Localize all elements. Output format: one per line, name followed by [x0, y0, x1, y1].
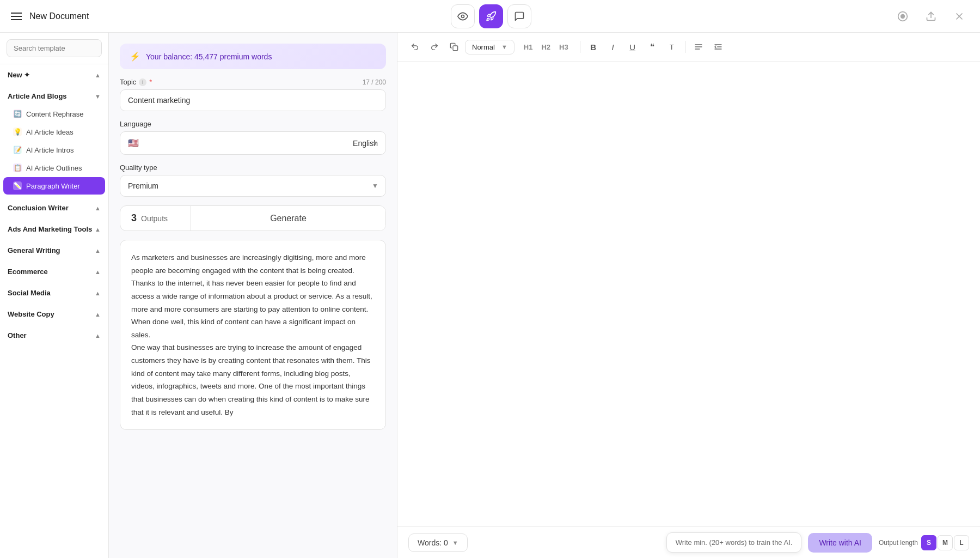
main-layout: New ✦ ▲ Article And Blogs ▼ 🔄 Content Re… — [0, 33, 980, 558]
outputs-generate-container: 3 Outputs Generate — [120, 205, 386, 231]
svg-point-2 — [901, 14, 905, 18]
topic-required: * — [149, 78, 152, 86]
quality-select[interactable]: Premium — [120, 175, 386, 197]
sidebar-section-ecommerce: Ecommerce ▲ — [0, 261, 108, 282]
ai-article-outlines-icon: 📋 — [13, 163, 22, 172]
sidebar-item-content-rephrase[interactable]: 🔄 Content Rephrase — [3, 105, 105, 123]
quality-select-wrapper: Premium ▼ — [120, 175, 386, 197]
code-button[interactable]: T — [663, 38, 681, 56]
chevron-up-icon-social: ▲ — [95, 290, 101, 296]
sidebar-section-header-social[interactable]: Social Media ▲ — [0, 284, 108, 301]
topic-label: Topic i * 17 / 200 — [120, 78, 386, 86]
quote-button[interactable]: ❝ — [644, 38, 661, 56]
topic-input[interactable] — [120, 89, 386, 111]
align-button[interactable] — [690, 38, 707, 56]
chevron-up-icon-general: ▲ — [95, 247, 101, 254]
language-group: Language 🇺🇸 English ▼ — [120, 120, 386, 155]
editor-panel: Normal ▼ H1 H2 H3 B I U ❝ T — [397, 33, 980, 558]
words-count[interactable]: Words: 0 ▼ — [408, 533, 468, 552]
chevron-up-icon-ecommerce: ▲ — [95, 269, 101, 275]
words-count-label: Words: 0 — [418, 538, 448, 547]
sidebar-section-social: Social Media ▲ — [0, 282, 108, 304]
undo-button[interactable] — [406, 38, 424, 56]
language-select[interactable]: 🇺🇸 English — [120, 131, 386, 155]
output-text-box: As marketers and businesses are increasi… — [120, 240, 386, 430]
output-paragraph: As marketers and businesses are increasi… — [131, 251, 375, 418]
write-ai-section: Write min. (20+ words) to train the AI. … — [666, 532, 969, 553]
heading-buttons: H1 H2 H3 — [520, 41, 572, 53]
italic-button[interactable]: I — [604, 38, 622, 56]
middle-panel: ⚡ Your balance: 45,477 premium words Top… — [109, 33, 397, 558]
write-ai-tooltip: Write min. (20+ words) to train the AI. — [666, 532, 802, 553]
sidebar-section-general: General Writing ▲ — [0, 240, 108, 261]
sidebar-section-header-ecommerce[interactable]: Ecommerce ▲ — [0, 263, 108, 280]
sidebar-item-paragraph-writer[interactable]: ✏️ Paragraph Writer — [3, 177, 105, 195]
format-chevron-icon: ▼ — [501, 44, 507, 50]
quality-group: Quality type Premium ▼ — [120, 163, 386, 197]
chevron-up-icon-other: ▲ — [95, 332, 101, 339]
topbar: New Document — [0, 0, 980, 33]
redo-button[interactable] — [426, 38, 443, 56]
toolbar-divider-2 — [685, 41, 685, 53]
sidebar-item-ai-article-outlines[interactable]: 📋 AI Article Outlines — [3, 159, 105, 177]
search-input[interactable] — [7, 39, 102, 57]
language-flag: 🇺🇸 — [128, 138, 139, 148]
copy-button[interactable] — [445, 38, 463, 56]
topic-group: Topic i * 17 / 200 — [120, 78, 386, 111]
rocket-button[interactable] — [479, 4, 503, 28]
indent-button[interactable] — [709, 38, 727, 56]
chat-button[interactable] — [507, 4, 531, 28]
write-ai-button[interactable]: Write with AI — [808, 533, 872, 553]
toolbar-divider-1 — [580, 41, 580, 53]
eye-button[interactable] — [451, 4, 475, 28]
h3-button[interactable]: H3 — [555, 41, 572, 53]
generate-button[interactable]: Generate — [191, 206, 385, 231]
size-buttons: S M L — [921, 535, 969, 550]
sidebar-section-header-website[interactable]: Website Copy ▲ — [0, 306, 108, 323]
svg-point-0 — [461, 15, 464, 17]
close-button[interactable] — [950, 7, 969, 26]
sidebar-section-header-ads[interactable]: Ads And Marketing Tools ▲ — [0, 221, 108, 238]
sidebar-section-header-new[interactable]: New ✦ ▲ — [0, 66, 108, 83]
sidebar-section-header-articles[interactable]: Article And Blogs ▼ — [0, 88, 108, 105]
words-count-chevron-icon: ▼ — [452, 539, 458, 546]
sidebar-item-ai-article-ideas[interactable]: 💡 AI Article Ideas — [3, 123, 105, 141]
menu-icon[interactable] — [11, 13, 22, 20]
h2-button[interactable]: H2 — [537, 41, 554, 53]
svg-rect-6 — [453, 46, 458, 51]
bold-button[interactable]: B — [585, 38, 602, 56]
sidebar-section-header-other[interactable]: Other ▲ — [0, 327, 108, 344]
outputs-section: 3 Outputs — [120, 206, 191, 231]
h1-button[interactable]: H1 — [520, 41, 537, 53]
sidebar-section-new: New ✦ ▲ — [0, 64, 108, 86]
format-select[interactable]: Normal ▼ — [465, 40, 514, 54]
record-button[interactable] — [893, 7, 912, 26]
balance-banner: ⚡ Your balance: 45,477 premium words — [120, 44, 386, 69]
content-rephrase-icon: 🔄 — [13, 110, 22, 118]
output-length-label: Output length — [879, 539, 918, 547]
underline-button[interactable]: U — [624, 38, 641, 56]
search-box — [0, 33, 108, 64]
language-value: English — [353, 139, 378, 148]
sidebar-section-header-conclusion[interactable]: Conclusion Writer ▲ — [0, 199, 108, 216]
sidebar-section-conclusion: Conclusion Writer ▲ — [0, 197, 108, 219]
editor-toolbar: Normal ▼ H1 H2 H3 B I U ❝ T — [397, 33, 980, 62]
size-l-button[interactable]: L — [954, 535, 969, 550]
size-m-button[interactable]: M — [938, 535, 953, 550]
language-label: Language — [120, 120, 386, 128]
upload-button[interactable] — [921, 7, 941, 26]
size-s-button[interactable]: S — [921, 535, 936, 550]
sidebar: New ✦ ▲ Article And Blogs ▼ 🔄 Content Re… — [0, 33, 109, 558]
quality-value: Premium — [128, 181, 158, 190]
topic-char-count: 17 / 200 — [363, 78, 386, 86]
sidebar-section-header-general[interactable]: General Writing ▲ — [0, 242, 108, 259]
output-length-controls: Output length S M L — [879, 535, 969, 550]
paragraph-writer-icon: ✏️ — [13, 181, 22, 190]
chevron-up-icon-ads: ▲ — [95, 226, 101, 233]
format-label: Normal — [472, 43, 495, 51]
balance-text: Your balance: 45,477 premium words — [146, 52, 272, 61]
outputs-number: 3 — [131, 213, 137, 224]
editor-body[interactable] — [397, 62, 980, 526]
sidebar-item-ai-article-intros[interactable]: 📝 AI Article Intros — [3, 141, 105, 159]
ai-article-intros-icon: 📝 — [13, 145, 22, 154]
